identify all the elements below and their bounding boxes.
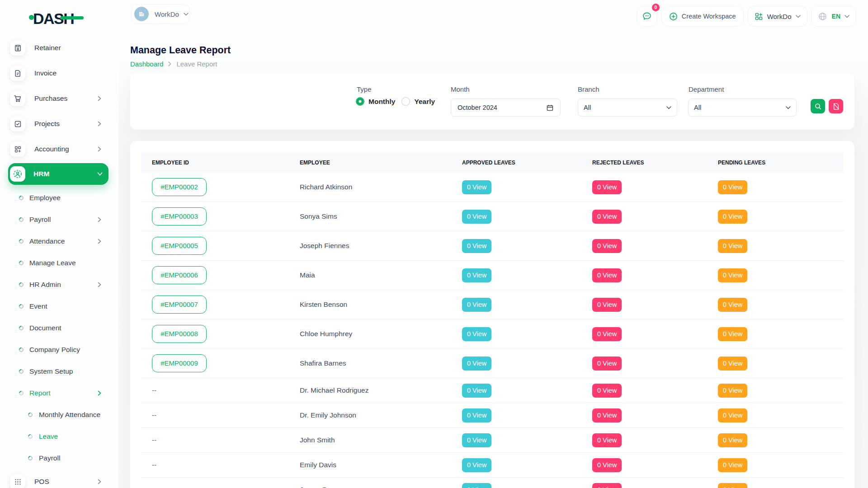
rejected-leaves-button[interactable]: 0 View — [592, 384, 622, 398]
sidebar-item-manage-leave[interactable]: Manage Leave — [0, 252, 118, 274]
department-value: All — [694, 104, 701, 111]
rejected-leaves-button[interactable]: 0 View — [592, 433, 622, 447]
column-header-approved-leaves: APPROVED LEAVES — [462, 160, 592, 166]
approved-leaves-button[interactable]: 0 View — [462, 458, 491, 472]
department-select[interactable]: All — [688, 99, 797, 117]
hrm-icon — [10, 166, 25, 182]
bullet-icon — [18, 303, 24, 310]
pending-leaves-button[interactable]: 0 View — [718, 268, 747, 282]
radio-yearly[interactable] — [401, 97, 410, 106]
pending-leaves-button[interactable]: 0 View — [718, 298, 747, 312]
employee-id-badge[interactable]: #EMP00006 — [152, 266, 207, 284]
breadcrumb-dashboard-link[interactable]: Dashboard — [130, 60, 163, 68]
page-title: Manage Leave Report — [130, 45, 231, 56]
rejected-leaves-button[interactable]: 0 View — [592, 357, 622, 371]
sidebar-item-attendance[interactable]: Attendance — [0, 230, 118, 252]
rejected-leaves-button[interactable]: 0 View — [592, 327, 622, 341]
language-selector[interactable]: EN — [811, 6, 856, 27]
approved-leaves-button[interactable]: 0 View — [462, 408, 491, 422]
rejected-leaves-button[interactable]: 0 View — [592, 298, 622, 312]
filter-card: Type Monthly Yearly Month October 2024 B… — [130, 73, 854, 130]
sidebar-item-label: Invoice — [34, 69, 57, 77]
employee-id-empty: -- — [152, 486, 156, 488]
table-row: #EMP00007Kirsten Benson0 View0 View0 Vie… — [141, 290, 844, 319]
messages-count-badge: 0 — [652, 4, 660, 11]
sidebar-item-invoice[interactable]: Invoice — [0, 61, 118, 86]
create-workspace-button[interactable]: Create Workspace — [661, 6, 744, 27]
sidebar-item-hr-admin[interactable]: HR Admin — [0, 274, 118, 296]
sidebar-item-employee[interactable]: Employee — [0, 187, 118, 209]
app-logo[interactable]: DASH — [29, 10, 84, 28]
employee-id-badge[interactable]: #EMP00009 — [152, 354, 207, 372]
rejected-leaves-button[interactable]: 0 View — [592, 210, 622, 224]
rejected-leaves-button[interactable]: 0 View — [592, 408, 622, 422]
rejected-leaves-button[interactable]: 0 View — [592, 239, 622, 253]
radio-monthly[interactable] — [356, 97, 364, 106]
branch-select[interactable]: All — [578, 99, 677, 117]
sidebar-nav: RetainerInvoicePurchasesProjectsAccounti… — [0, 35, 118, 488]
employee-id-empty: -- — [152, 411, 156, 419]
pending-leaves-button[interactable]: 0 View — [718, 327, 747, 341]
pending-leaves-button[interactable]: 0 View — [718, 210, 747, 224]
pending-leaves-button[interactable]: 0 View — [718, 408, 747, 422]
employee-id-badge[interactable]: #EMP00008 — [152, 325, 207, 343]
sidebar-item-label: Payroll — [29, 216, 51, 224]
employee-id-badge[interactable]: #EMP00007 — [152, 296, 207, 314]
sidebar-item-document[interactable]: Document — [0, 317, 118, 339]
approved-leaves-button[interactable]: 0 View — [462, 433, 491, 447]
approved-leaves-button[interactable]: 0 View — [462, 180, 491, 194]
approved-leaves-button[interactable]: 0 View — [462, 298, 491, 312]
app-menu-button[interactable]: WorkDo — [748, 6, 807, 27]
pending-leaves-button[interactable]: 0 View — [718, 433, 747, 447]
approved-leaves-button[interactable]: 0 View — [462, 239, 491, 253]
search-button[interactable] — [811, 99, 825, 113]
rejected-leaves-button[interactable]: 0 View — [592, 180, 622, 194]
rejected-leaves-button[interactable]: 0 View — [592, 268, 622, 282]
chevron-right-icon — [98, 390, 101, 396]
pending-leaves-button[interactable]: 0 View — [718, 180, 747, 194]
employee-name: John Smith — [300, 436, 462, 444]
approved-leaves-button[interactable]: 0 View — [462, 210, 491, 224]
approved-leaves-button[interactable]: 0 View — [462, 384, 491, 398]
rejected-leaves-button[interactable]: 0 View — [592, 483, 622, 488]
employee-id-empty: -- — [152, 436, 156, 444]
sidebar-item-label: Monthly Attendance — [39, 411, 100, 419]
pending-leaves-button[interactable]: 0 View — [718, 458, 747, 472]
sidebar-item-hrm[interactable]: HRM — [8, 163, 108, 185]
approved-leaves-button[interactable]: 0 View — [462, 268, 491, 282]
sidebar-item-event[interactable]: Event — [0, 296, 118, 317]
sidebar-item-payroll[interactable]: Payroll — [0, 447, 118, 469]
pending-leaves-button[interactable]: 0 View — [718, 239, 747, 253]
sidebar-item-report[interactable]: Report — [0, 382, 118, 404]
bullet-icon — [18, 282, 24, 288]
sidebar-item-projects[interactable]: Projects — [0, 111, 118, 136]
sidebar-item-monthly-attendance[interactable]: Monthly Attendance — [0, 404, 118, 426]
type-label: Type — [357, 85, 372, 93]
sidebar-item-purchases[interactable]: Purchases — [0, 86, 118, 111]
rejected-leaves-button[interactable]: 0 View — [592, 458, 622, 472]
pending-leaves-button[interactable]: 0 View — [718, 357, 747, 371]
messages-button[interactable]: 0 — [637, 6, 657, 27]
employee-name: Maia — [300, 271, 462, 279]
pending-leaves-button[interactable]: 0 View — [718, 384, 747, 398]
employee-id-badge[interactable]: #EMP00005 — [152, 237, 207, 255]
approved-leaves-button[interactable]: 0 View — [462, 327, 491, 341]
sidebar-item-retainer[interactable]: Retainer — [0, 35, 118, 61]
bullet-icon — [27, 455, 33, 461]
sidebar-item-company-policy[interactable]: Company Policy — [0, 339, 118, 361]
sidebar-item-leave[interactable]: Leave — [0, 426, 118, 447]
export-button[interactable] — [829, 99, 843, 113]
table-row: --Emily Davis0 View0 View0 View — [141, 453, 844, 478]
sidebar-item-accounting[interactable]: Accounting — [0, 136, 118, 162]
approved-leaves-button[interactable]: 0 View — [462, 483, 491, 488]
employee-id-badge[interactable]: #EMP00002 — [152, 178, 207, 196]
sidebar-item-payroll[interactable]: Payroll — [0, 209, 118, 230]
approved-leaves-button[interactable]: 0 View — [462, 357, 491, 371]
month-input[interactable]: October 2024 — [451, 99, 561, 117]
pending-leaves-button[interactable]: 0 View — [718, 483, 747, 488]
sidebar-item-pos[interactable]: POS — [0, 469, 118, 488]
sidebar-item-system-setup[interactable]: System Setup — [0, 361, 118, 382]
workspace-switcher[interactable]: WorkDo — [131, 4, 190, 24]
employee-id-badge[interactable]: #EMP00003 — [152, 207, 207, 225]
leave-report-table-card: EMPLOYEE IDEMPLOYEEAPPROVED LEAVESREJECT… — [130, 141, 854, 488]
